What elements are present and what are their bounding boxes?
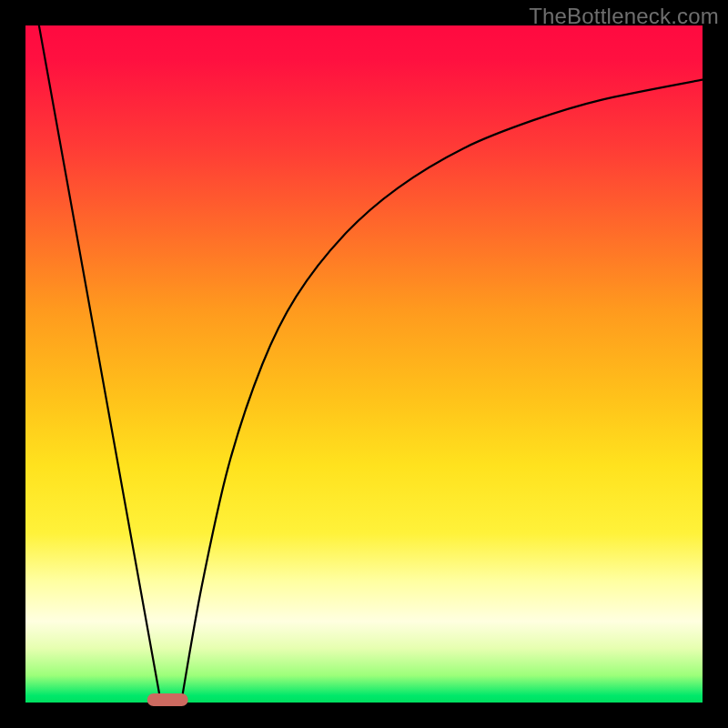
- plot-area: [25, 25, 703, 703]
- curve-path: [39, 25, 703, 703]
- bottleneck-marker: [147, 693, 188, 706]
- watermark-text: TheBottleneck.com: [529, 4, 719, 29]
- chart-frame: TheBottleneck.com: [0, 0, 728, 728]
- curve-layer: [25, 25, 703, 703]
